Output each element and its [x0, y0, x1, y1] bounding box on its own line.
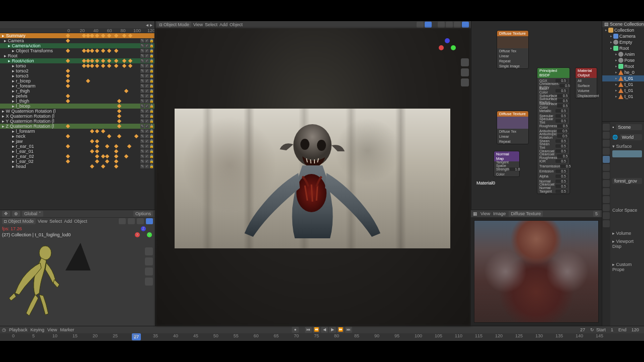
tab-scene[interactable] — [603, 148, 610, 155]
channel-row[interactable]: ▸ Root✎✓🔒 — [0, 53, 154, 58]
img-menu-image[interactable]: Image — [493, 211, 506, 216]
overlay-toggle[interactable] — [417, 22, 424, 28]
timeline-type-icon[interactable]: ◷ — [2, 327, 6, 332]
surface-color[interactable] — [612, 150, 642, 157]
custom-properties-section[interactable]: ▸ Custom Prope — [612, 262, 642, 272]
play[interactable]: ▶ — [329, 327, 336, 333]
tab-texture[interactable] — [603, 220, 610, 227]
tab-particles[interactable] — [603, 180, 610, 187]
channel-row[interactable]: ▸ Camera✎✓🔒 — [0, 38, 154, 43]
main-menu-view[interactable]: View — [193, 22, 203, 27]
outliner-item[interactable]: ▸Collection — [602, 27, 644, 33]
channel-row[interactable]: ▸ neck✎✓🔒 — [0, 134, 154, 139]
rewind-icon[interactable]: ↻ — [590, 327, 594, 332]
channel-row[interactable]: ▸ pelvis✎✓🔒 — [0, 94, 154, 99]
main-viewport-area[interactable] — [155, 28, 471, 326]
jump-end[interactable]: ⏭ — [345, 327, 352, 333]
cursor-icon[interactable]: ⊕ — [12, 211, 20, 217]
tab-object[interactable] — [603, 164, 610, 171]
mode-dropdown[interactable]: ◘ Object Mode — [2, 218, 36, 224]
options-dropdown[interactable]: Options — [133, 211, 153, 217]
tab-physics[interactable] — [603, 188, 610, 195]
channel-row[interactable]: ▸ l_forearm✎✓🔒 — [0, 129, 154, 134]
node-image-texture-2[interactable]: Diffuse Texture Diffuse Tex Linear Repea… — [497, 111, 529, 144]
main-zoom-icon[interactable] — [461, 58, 469, 66]
outliner-item[interactable]: ▸he_0 — [602, 69, 644, 75]
jump-start[interactable]: ⏮ — [305, 327, 312, 333]
main-menu-add[interactable]: Add — [219, 22, 227, 27]
channel-row[interactable]: ▸ torso2✎✓🔒 — [0, 68, 154, 73]
next-keyframe[interactable]: ⏩ — [337, 327, 344, 333]
zoom-icon[interactable] — [145, 247, 153, 255]
dopesheet-frame-ruler[interactable]: 020406080100120 — [0, 28, 154, 33]
main-orientation-gizmo[interactable] — [439, 38, 456, 55]
surface-section[interactable]: ▾ Surface — [612, 144, 642, 149]
channel-row[interactable]: ▸ Object Transforms✎✓🔒 — [0, 48, 154, 53]
tl-menu-playback[interactable]: Playback — [9, 327, 28, 332]
timeline-ruler[interactable]: 27 0510152025303540455055606570758085909… — [0, 333, 644, 341]
volume-section[interactable]: ▸ Volume — [612, 231, 642, 236]
menu-select[interactable]: Select — [49, 219, 62, 224]
tl-menu-keying[interactable]: Keying — [31, 327, 45, 332]
main-menu-object[interactable]: Object — [229, 22, 243, 27]
image-slot[interactable]: 5 — [593, 211, 600, 217]
mini-viewport-area[interactable]: fps: 17.26 (27) Collection | t_01_foglin… — [0, 224, 155, 326]
main-shading-wireframe[interactable] — [438, 22, 445, 28]
channel-row[interactable]: ▸ head✎✓🔒 — [0, 164, 154, 169]
autokey-toggle[interactable]: ● — [292, 327, 299, 333]
tab-data[interactable] — [603, 204, 610, 211]
channel-row[interactable]: ▸ r_bicep✎✓🔒 — [0, 78, 154, 83]
channel-row[interactable]: ▸ r_ear_01✎✓🔒 — [0, 144, 154, 149]
node-principled-bsdf[interactable]: Principled BSDF GGX0.5Christensen-Burley… — [537, 67, 570, 194]
main-camera-icon[interactable] — [461, 78, 469, 86]
outliner-item[interactable]: ▸t_01 — [602, 75, 644, 81]
menu-object[interactable]: Object — [74, 219, 87, 224]
node-normal-map[interactable]: Normal Map Tangent Space Strength1.0 Col… — [494, 151, 520, 177]
channel-row[interactable]: ▸ r_ear_02✎✓🔒 — [0, 154, 154, 159]
channel-row[interactable]: ▸ r_thigh✎✓🔒 — [0, 88, 154, 94]
uv-texture-view[interactable] — [471, 217, 602, 326]
orientation-dropdown[interactable]: Global ˅ — [22, 211, 43, 217]
dopesheet-summary-row[interactable]: ▸Summary — [0, 33, 154, 38]
menu-view[interactable]: View — [38, 219, 47, 224]
channel-row[interactable]: ▸ Z Quaternion Rotation (l✎✓🔒 — [0, 124, 154, 129]
channel-row[interactable]: ▸ Y Quaternion Rotation (l✎✓🔒 — [0, 119, 154, 124]
tab-output[interactable] — [603, 132, 610, 139]
main-shading-rendered[interactable] — [462, 22, 469, 28]
outliner-item[interactable]: ▸Pose — [602, 57, 644, 63]
tab-material[interactable] — [603, 212, 610, 219]
scene-selector[interactable]: Scene — [616, 124, 642, 130]
main-mode-dropdown[interactable]: ◘ Object Mode — [157, 22, 191, 28]
shading-rendered[interactable] — [146, 218, 153, 224]
img-editor-type-icon[interactable]: ▦ — [473, 211, 477, 216]
gizmo-toggle[interactable] — [425, 22, 432, 28]
channel-row[interactable]: ▸ CameraAction✎✓🔒 — [0, 43, 154, 48]
outliner-item[interactable]: ▸t_01 — [602, 87, 644, 94]
outliner-item[interactable]: ▸Anim — [602, 51, 644, 57]
camera-icon[interactable] — [145, 267, 153, 276]
node-image-texture-1[interactable]: Diffuse Texture Diffuse Tex Linear Repea… — [497, 30, 529, 69]
tl-menu-view[interactable]: View — [47, 327, 57, 332]
grab-icon[interactable]: ✥ — [2, 211, 10, 217]
main-shading-solid[interactable] — [446, 22, 453, 28]
shading-matpreview[interactable] — [137, 218, 144, 224]
prev-keyframe[interactable]: ⏪ — [313, 327, 320, 333]
tab-modifiers[interactable] — [603, 172, 610, 179]
channel-row[interactable]: ▸ l_thigh✎✓🔒 — [0, 99, 154, 104]
perspective-icon[interactable] — [145, 278, 153, 286]
channel-row[interactable]: ▸ l_bicep✎✓🔒 — [0, 104, 154, 109]
channel-row[interactable]: ▸ jaw✎✓🔒 — [0, 139, 154, 144]
end-frame-field[interactable]: 120 — [628, 327, 642, 333]
orientation-gizmo[interactable]: X Y Z — [135, 226, 152, 243]
main-pan-icon[interactable] — [461, 68, 469, 76]
current-frame-field[interactable]: 27 — [577, 327, 588, 333]
main-shading-matpreview[interactable] — [454, 22, 461, 28]
channel-row[interactable]: ▸ RootAction✎✓🔒 — [0, 58, 154, 63]
outliner-item[interactable]: ▸t_01 — [602, 94, 644, 100]
image-name-field[interactable]: Diffuse Texture — [509, 211, 543, 217]
outliner-item[interactable]: ▸Root — [602, 63, 644, 69]
pan-icon[interactable] — [145, 257, 153, 265]
outliner-item[interactable]: ▸t_01 — [602, 81, 644, 87]
img-menu-view[interactable]: View — [480, 211, 490, 216]
outliner-item[interactable]: ▸Camera — [602, 33, 644, 39]
